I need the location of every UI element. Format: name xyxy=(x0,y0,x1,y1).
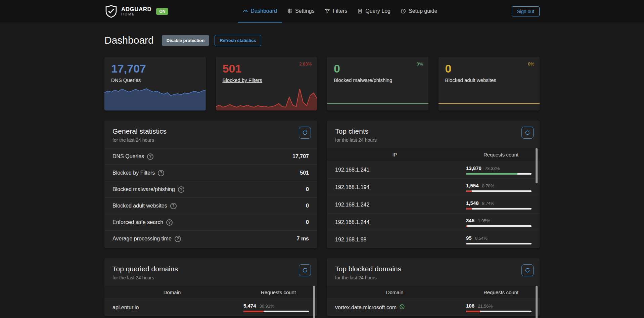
adguard-home-brand[interactable]: ADGUARD HOME ON xyxy=(104,4,168,18)
row-label: Average processing time xyxy=(112,236,172,242)
row-value: 0 xyxy=(306,203,309,209)
progress-bar xyxy=(243,311,309,312)
panel-title: General statistics xyxy=(112,127,309,135)
blocked-adult-value: 0 xyxy=(439,57,540,75)
help-icon[interactable]: ? xyxy=(175,236,181,242)
client-row[interactable]: 192.168.1.194 1,5548.78% xyxy=(327,178,540,196)
dashboard-icon xyxy=(243,8,248,14)
nav-label: Dashboard xyxy=(251,8,277,14)
dns-queries-card: 17,707 DNS Queries xyxy=(104,57,206,110)
sign-out-button[interactable]: Sign out xyxy=(512,6,540,16)
dashboard-panels: General statistics for the last 24 hours… xyxy=(104,121,540,316)
refresh-top-clients-button[interactable] xyxy=(521,127,534,139)
blocked-malware-value: 0 xyxy=(327,57,428,75)
panel-title: Top blocked domains xyxy=(335,265,532,273)
nav-label: Query Log xyxy=(365,8,390,14)
refresh-top-blocked-button[interactable] xyxy=(521,264,534,276)
refresh-statistics-button[interactable]: Refresh statistics xyxy=(215,35,261,46)
question-circle-icon: ? xyxy=(401,8,406,14)
malware-percent: 0% xyxy=(417,61,423,66)
nav-tab-setup-guide[interactable]: ? Setup guide xyxy=(396,0,442,22)
help-icon[interactable]: ? xyxy=(178,186,184,193)
panel-subtitle: for the last 24 hours xyxy=(335,275,532,280)
page-title: Dashboard xyxy=(104,35,154,46)
domain-row[interactable]: api.entur.io 5,47430.91% xyxy=(104,299,317,316)
refresh-icon xyxy=(302,268,308,273)
nav-tab-dashboard[interactable]: Dashboard xyxy=(238,0,282,22)
progress-bar xyxy=(466,311,532,312)
gear-icon xyxy=(287,8,292,14)
row-label: DNS Queries xyxy=(112,153,144,160)
row-value: 0 xyxy=(306,219,309,225)
client-ip: 192.168.1.244 xyxy=(335,219,369,225)
funnel-icon xyxy=(325,8,330,14)
request-percent: 0.54% xyxy=(475,236,488,241)
column-header-requests-count: Requests count xyxy=(462,289,540,295)
disable-protection-button[interactable]: Disable protection xyxy=(162,35,209,46)
help-icon[interactable]: ? xyxy=(158,170,164,176)
column-header-domain: Domain xyxy=(104,289,240,295)
request-percent: 8.78% xyxy=(482,183,495,188)
refresh-icon xyxy=(302,130,308,135)
refresh-top-queried-button[interactable] xyxy=(299,264,311,276)
panel-subtitle: for the last 24 hours xyxy=(112,275,309,280)
request-percent: 30.91% xyxy=(260,304,274,309)
scrollbar-thumb[interactable] xyxy=(536,286,538,318)
request-count: 5,474 xyxy=(243,303,256,309)
request-count: 345 xyxy=(466,218,474,223)
client-ip: 192.168.1.194 xyxy=(335,184,369,190)
client-row[interactable]: 192.168.1.244 3451.95% xyxy=(327,213,540,231)
domain-row[interactable]: vortex.data.microsoft.com 10821.56% xyxy=(327,299,540,316)
panel-title: Top clients xyxy=(335,127,532,135)
scrollbar-thumb[interactable] xyxy=(313,286,315,318)
request-percent: 8.74% xyxy=(482,201,495,206)
nav-label: Setup guide xyxy=(409,8,437,14)
progress-bar xyxy=(466,208,532,210)
refresh-icon xyxy=(525,130,530,135)
blocked-malware-label: Blocked malware/phishing xyxy=(334,77,392,83)
dashboard-page: Dashboard Disable protection Refresh sta… xyxy=(104,22,540,316)
client-row[interactable]: 192.168.1.241 13,87078.33% xyxy=(327,161,540,178)
nav-tab-filters[interactable]: Filters xyxy=(320,0,353,22)
domain-name: vortex.data.microsoft.com xyxy=(335,305,397,311)
client-row[interactable]: 192.168.1.98 950.54% xyxy=(327,231,540,248)
stat-row-processing-time: Average processing time? 7 ms xyxy=(104,230,317,247)
navbar: ADGUARD HOME ON Dashboard Settings xyxy=(0,0,644,22)
nav-label: Filters xyxy=(333,8,348,14)
row-label: Blocked malware/phishing xyxy=(112,186,175,192)
refresh-icon xyxy=(525,268,530,273)
nav-tab-settings[interactable]: Settings xyxy=(282,0,320,22)
top-queried-domains-panel: Top queried domains for the last 24 hour… xyxy=(104,258,317,316)
stat-row-blocked-adult: Blocked adult websites? 0 xyxy=(104,197,317,214)
stat-row-dns-queries: DNS Queries? 17,707 xyxy=(104,148,317,165)
scrollbar-thumb[interactable] xyxy=(536,148,538,183)
document-icon xyxy=(357,8,363,14)
progress-bar xyxy=(466,243,532,244)
client-ip: 192.168.1.98 xyxy=(335,237,366,243)
request-count: 13,870 xyxy=(466,165,481,171)
blocked-by-filters-card: 2.83% 501 Blocked by Filters xyxy=(216,57,317,110)
blocked-adult-card: 0% 0 Blocked adult websites xyxy=(439,57,540,110)
blocked-by-filters-link[interactable]: Blocked by Filters xyxy=(223,77,262,83)
main-navigation: Dashboard Settings Filters Query Log xyxy=(238,0,443,22)
client-ip: 192.168.1.241 xyxy=(335,167,369,173)
protection-status-badge: ON xyxy=(156,8,168,15)
row-label: Blocked by Filters xyxy=(112,170,155,176)
client-row[interactable]: 192.168.1.242 1,5488.74% xyxy=(327,196,540,213)
help-icon[interactable]: ? xyxy=(170,203,177,209)
refresh-general-statistics-button[interactable] xyxy=(299,127,311,139)
column-header-requests-count: Requests count xyxy=(240,289,317,295)
panel-subtitle: for the last 24 hours xyxy=(112,137,309,143)
blocked-malware-sparkline xyxy=(327,101,428,104)
row-label: Blocked adult websites xyxy=(112,203,167,209)
row-value: 7 ms xyxy=(297,236,309,242)
panel-title: Top queried domains xyxy=(112,265,309,273)
dns-queries-value: 17,707 xyxy=(104,57,206,75)
nav-tab-query-log[interactable]: Query Log xyxy=(352,0,396,22)
blocked-by-filters-sparkline xyxy=(216,86,317,110)
request-percent: 1.95% xyxy=(478,218,490,223)
adguard-shield-logo-icon xyxy=(104,4,118,18)
nav-label: Settings xyxy=(295,8,315,14)
help-icon[interactable]: ? xyxy=(147,153,153,160)
help-icon[interactable]: ? xyxy=(166,219,173,226)
